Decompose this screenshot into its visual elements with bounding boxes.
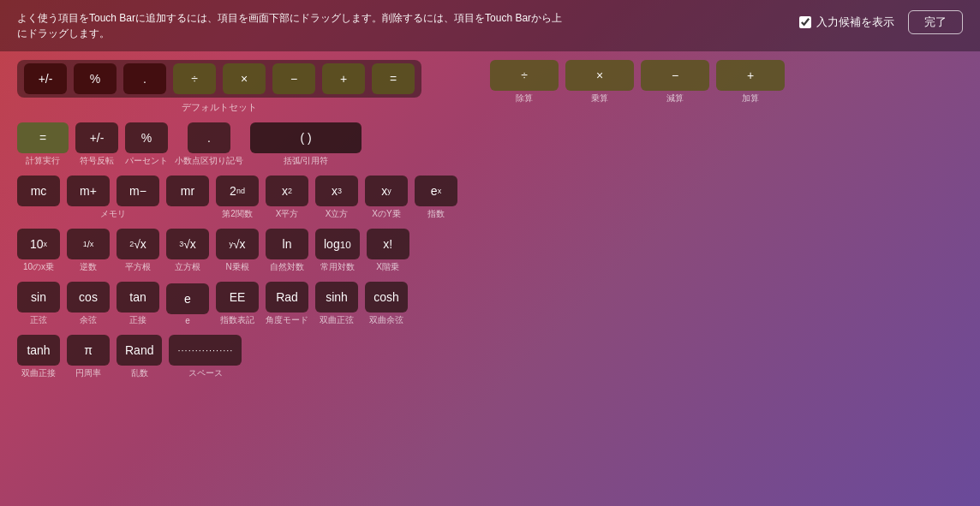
btn-dot-default[interactable]: . (123, 63, 166, 94)
btn-cos-label: 余弦 (80, 314, 97, 326)
row4: 10x 10のx乗 1/x 逆数 2√x 平方根 3√x 立方根 y√x N乗根… (17, 229, 963, 273)
btn-yrt-label: N乗根 (225, 261, 248, 273)
btn-ee[interactable]: EE (216, 282, 259, 313)
btn-ln[interactable]: ln (266, 229, 308, 259)
btn-tanh-group: tanh 双曲正接 (17, 335, 60, 379)
btn-sin-group: sin 正弦 (17, 282, 60, 326)
btn-tanh[interactable]: tanh (17, 335, 60, 366)
btn-yrt-group: y√x N乗根 (216, 229, 259, 273)
btn-multiply-label: 乗算 (591, 92, 608, 104)
btn-yrt[interactable]: y√x (216, 229, 259, 259)
btn-1x[interactable]: 1/x (67, 229, 110, 259)
done-button[interactable]: 完了 (908, 10, 963, 34)
btn-plus[interactable]: + (716, 60, 785, 91)
default-set-buttons: +/- % . ÷ × − + = (17, 60, 421, 98)
btn-multiply-default[interactable]: × (223, 63, 266, 94)
btn-e[interactable]: e (166, 283, 209, 314)
input-candidate-checkbox-label[interactable]: 入力候補を表示 (799, 15, 894, 30)
btn-m-minus[interactable]: m− (117, 176, 159, 206)
btn-pi[interactable]: π (67, 335, 110, 366)
btn-sqrt-group: 2√x 平方根 (117, 229, 159, 273)
btn-xy-label: XのY乗 (372, 208, 400, 220)
btn-space[interactable]: ················ (169, 335, 242, 366)
btn-cosh[interactable]: cosh (365, 282, 408, 313)
btn-rand[interactable]: Rand (117, 335, 162, 366)
btn-10x-label: 10のx乗 (23, 261, 54, 273)
btn-xfact-group: x! X階乗 (367, 229, 409, 273)
btn-decimal[interactable]: . (188, 122, 230, 153)
btn-divide[interactable]: ÷ (490, 60, 559, 91)
btn-2nd[interactable]: 2nd (216, 176, 259, 206)
btn-cbrt[interactable]: 3√x (166, 229, 209, 259)
btn-x3[interactable]: x3 (315, 176, 358, 206)
btn-parens-label: 括弧/引用符 (284, 155, 329, 167)
btn-x3-label: X立方 (326, 208, 349, 220)
btn-plus-minus-default[interactable]: +/- (24, 63, 67, 94)
memory-label: メモリ (17, 208, 209, 220)
btn-equals-default[interactable]: = (372, 63, 415, 94)
btn-cbrt-group: 3√x 立方根 (166, 229, 209, 273)
btn-ex[interactable]: ex (415, 176, 457, 206)
btn-xy-group: xy XのY乗 (365, 176, 408, 220)
btn-parens[interactable]: ( ) (250, 122, 362, 153)
btn-pi-label: 円周率 (75, 367, 101, 379)
row6: tanh 双曲正接 π 円周率 Rand 乱数 ················… (17, 335, 963, 379)
main-content: +/- % . ÷ × − + = デフォルトセット ÷ 除算 × 乗算 − (17, 60, 963, 497)
btn-x3-group: x3 X立方 (315, 176, 358, 220)
btn-plus-default[interactable]: + (322, 63, 365, 94)
btn-rad-group: Rad 角度モード (266, 282, 308, 326)
btn-cos[interactable]: cos (67, 282, 110, 313)
btn-percent[interactable]: % (125, 122, 168, 153)
btn-log10-label: 常用対数 (320, 261, 355, 273)
btn-tanh-label: 双曲正接 (21, 367, 56, 379)
row1-full: +/- % . ÷ × − + = デフォルトセット ÷ 除算 × 乗算 − (17, 60, 963, 114)
btn-space-label: スペース (188, 367, 223, 379)
btn-2nd-label: 第2関数 (222, 208, 253, 220)
memory-group: mc m+ m− mr メモリ (17, 176, 209, 220)
btn-ee-group: EE 指数表記 (216, 282, 259, 326)
default-set-label: デフォルトセット (182, 101, 257, 114)
btn-multiply[interactable]: × (565, 60, 634, 91)
btn-x2[interactable]: x2 (266, 176, 308, 206)
input-candidate-checkbox[interactable] (799, 16, 811, 28)
btn-10x-group: 10x 10のx乗 (17, 229, 60, 273)
btn-mc[interactable]: mc (17, 176, 60, 206)
btn-e-group: e e (166, 283, 209, 325)
btn-m-plus[interactable]: m+ (67, 176, 110, 206)
btn-cosh-group: cosh 双曲余弦 (365, 282, 408, 326)
btn-rand-label: 乱数 (131, 367, 148, 379)
btn-log10[interactable]: log10 (315, 229, 360, 259)
btn-ln-label: 自然対数 (270, 261, 304, 273)
btn-sin[interactable]: sin (17, 282, 60, 313)
row3: mc m+ m− mr メモリ 2nd 第2関数 x2 X平方 x3 X立方 x… (17, 176, 963, 220)
btn-cbrt-label: 立方根 (175, 261, 200, 273)
btn-tan[interactable]: tan (117, 282, 159, 313)
btn-sinh[interactable]: sinh (315, 282, 358, 313)
btn-1x-group: 1/x 逆数 (67, 229, 110, 273)
btn-multiply-group: × 乗算 (565, 60, 634, 104)
btn-plus-label: 加算 (742, 92, 759, 104)
btn-cos-group: cos 余弦 (67, 282, 110, 326)
btn-minus-default[interactable]: − (272, 63, 315, 94)
btn-xfact[interactable]: x! (367, 229, 409, 259)
btn-sign[interactable]: +/- (75, 122, 118, 153)
btn-xy[interactable]: xy (365, 176, 408, 206)
btn-decimal-label: 小数点区切り記号 (175, 155, 243, 167)
btn-mr[interactable]: mr (166, 176, 209, 206)
btn-1x-label: 逆数 (80, 261, 97, 273)
btn-minus-label: 減算 (666, 92, 684, 104)
btn-divide-default[interactable]: ÷ (173, 63, 216, 94)
btn-minus[interactable]: − (641, 60, 709, 91)
memory-buttons: mc m+ m− mr (17, 176, 209, 206)
btn-percent-default[interactable]: % (74, 63, 117, 94)
btn-equals[interactable]: = (17, 122, 69, 153)
btn-rad[interactable]: Rad (266, 282, 308, 313)
btn-10x[interactable]: 10x (17, 229, 60, 259)
row2: = 計算実行 +/- 符号反転 % パーセント . 小数点区切り記号 ( ) 括… (17, 122, 963, 167)
btn-sin-label: 正弦 (30, 314, 47, 326)
btn-sqrt[interactable]: 2√x (117, 229, 159, 259)
btn-x2-group: x2 X平方 (266, 176, 308, 220)
btn-percent-group: % パーセント (125, 122, 168, 167)
btn-tan-group: tan 正接 (117, 282, 159, 326)
btn-divide-group: ÷ 除算 (490, 60, 559, 104)
